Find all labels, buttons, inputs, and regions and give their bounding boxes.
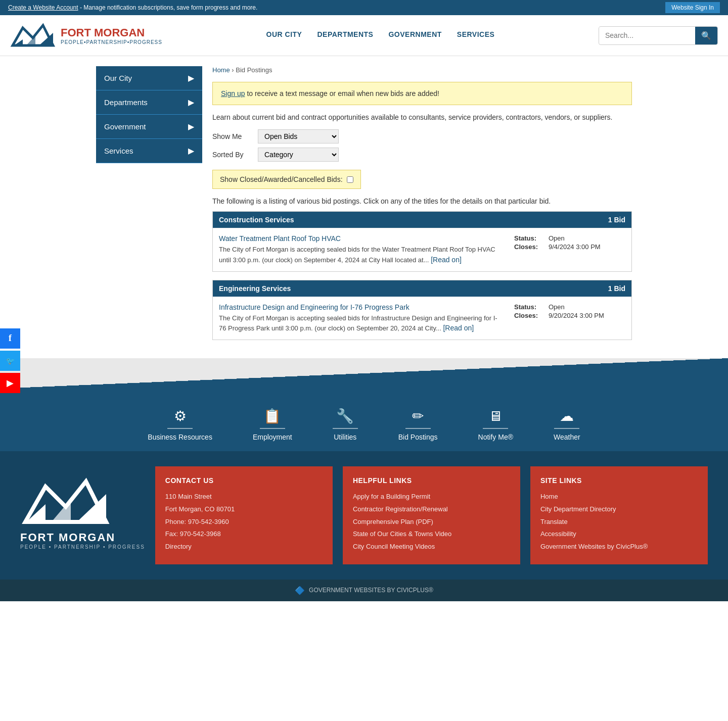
left-nav-government[interactable]: Government ▶: [96, 115, 202, 139]
bid-category-engineering-count: 1 Bid: [608, 284, 625, 293]
bid-desc-i76: The City of Fort Morgan is accepting sea…: [219, 313, 504, 334]
footer-contact-heading: CONTACT US: [165, 476, 323, 485]
footer-link-building-permit[interactable]: Apply for a Building Permit: [353, 492, 510, 502]
twitter-button[interactable]: 🐦: [0, 351, 20, 371]
quick-link-notify[interactable]: 🖥 Notify Me®: [478, 404, 513, 441]
twitter-icon: 🐦: [6, 357, 15, 365]
search-button[interactable]: 🔍: [695, 27, 717, 44]
show-me-select[interactable]: Open Bids Closed Bids All Bids: [258, 129, 339, 143]
status-label-i76: Status:: [514, 303, 544, 311]
closes-label-hvac: Closes:: [514, 243, 544, 251]
quick-link-weather-label: Weather: [554, 433, 580, 441]
bid-link-hvac[interactable]: Water Treatment Plant Roof Top HVAC: [219, 234, 341, 243]
bid-category-construction: Construction Services 1 Bid Water Treatm…: [212, 211, 632, 272]
footer-address2: Fort Morgan, CO 80701: [165, 504, 323, 515]
left-nav-our-city[interactable]: Our City ▶: [96, 66, 202, 90]
bid-category-construction-count: 1 Bid: [608, 216, 625, 224]
nav-our-city[interactable]: OUR CITY: [266, 30, 302, 40]
quick-link-bid-postings[interactable]: ✏ Bid Postings: [398, 404, 438, 441]
chevron-right-icon: ▶: [188, 73, 194, 83]
notify-icon: 🖥: [483, 404, 508, 429]
nav-departments[interactable]: DEPARTMENTS: [317, 30, 373, 40]
footer-site-civicplus[interactable]: Government Websites by CivicPlus®: [540, 542, 698, 552]
bid-category-engineering-header: Engineering Services 1 Bid: [213, 280, 631, 297]
bid-category-construction-name: Construction Services: [219, 216, 294, 224]
sign-in-button[interactable]: Website Sign In: [665, 2, 720, 13]
youtube-button[interactable]: ▶: [0, 373, 20, 393]
main-nav: OUR CITY DEPARTMENTS GOVERNMENT SERVICES: [162, 30, 599, 40]
bid-row-i76: Infrastructure Design and Engineering fo…: [213, 297, 631, 340]
left-nav: Our City ▶ Departments ▶ Government ▶ Se…: [96, 66, 202, 163]
bid-status-hvac: Status: Open Closes: 9/4/2024 3:00 PM: [514, 234, 625, 252]
quick-link-weather[interactable]: ☁ Weather: [554, 404, 580, 441]
status-value-hvac: Open: [549, 234, 565, 242]
logo-fort-morgan: FORT MORGAN: [61, 26, 162, 39]
nav-government[interactable]: GOVERNMENT: [388, 30, 441, 40]
footer-site-heading: SITE LINKS: [540, 476, 698, 485]
search-area: 🔍: [599, 26, 718, 45]
bid-link-i76[interactable]: Infrastructure Design and Engineering fo…: [219, 303, 410, 311]
footer-helpful-links: HELPFUL LINKS Apply for a Building Permi…: [343, 466, 520, 564]
civicplus-icon: 🔷: [295, 586, 305, 595]
footer-link-council[interactable]: City Council Meeting Videos: [353, 542, 510, 552]
footer-logo-icon: [20, 476, 111, 527]
left-nav-services[interactable]: Services ▶: [96, 139, 202, 163]
show-me-row: Show Me Open Bids Closed Bids All Bids: [212, 129, 632, 143]
quick-link-business-label: Business Resources: [148, 433, 212, 441]
footer-site-home[interactable]: Home: [540, 492, 698, 502]
footer-address1: 110 Main Street: [165, 492, 323, 502]
closes-value-i76: 9/20/2024 3:00 PM: [549, 312, 604, 319]
footer-directory-link[interactable]: Directory: [165, 542, 323, 552]
breadcrumb-home[interactable]: Home: [212, 66, 230, 74]
breadcrumb: Home › Bid Postings: [212, 66, 632, 74]
nav-services[interactable]: SERVICES: [457, 30, 495, 40]
logo-area: FORT MORGAN PEOPLE•PARTNERSHIP•PROGRESS: [10, 20, 162, 51]
quick-link-utilities-label: Utilities: [334, 433, 356, 441]
chevron-right-icon: ▶: [188, 146, 194, 156]
footer-contact: CONTACT US 110 Main Street Fort Morgan, …: [155, 466, 333, 564]
bid-category-engineering: Engineering Services 1 Bid Infrastructur…: [212, 280, 632, 341]
top-bar-right: Website Sign In: [665, 2, 720, 13]
svg-marker-7: [76, 494, 106, 523]
footer-link-state[interactable]: State of Our Cities & Towns Video: [353, 529, 510, 540]
closed-bids-checkbox[interactable]: [347, 176, 353, 183]
bid-postings-icon: ✏: [405, 404, 431, 429]
create-account-link[interactable]: Create a Website Account: [8, 4, 78, 11]
footer-site-department-dir[interactable]: City Department Directory: [540, 504, 698, 515]
quick-link-employment[interactable]: 📋 Employment: [253, 404, 292, 441]
footer-logo-name: FORT MORGAN: [20, 531, 115, 544]
quick-link-utilities[interactable]: 🔧 Utilities: [333, 404, 358, 441]
footer-site-accessibility[interactable]: Accessibility: [540, 529, 698, 540]
facebook-button[interactable]: f: [0, 328, 20, 349]
bid-read-on-hvac[interactable]: [Read on]: [431, 256, 462, 264]
weather-icon: ☁: [554, 404, 579, 429]
footer-link-contractor[interactable]: Contractor Registration/Renewal: [353, 504, 510, 515]
signup-suffix: to receive a text message or email when …: [247, 89, 439, 98]
footer-site-translate[interactable]: Translate: [540, 517, 698, 527]
facebook-icon: f: [9, 333, 12, 344]
chevron-right-icon: ▶: [188, 98, 194, 107]
signup-box: Sign up to receive a text message or ema…: [212, 82, 632, 105]
logo-tagline: PEOPLE•PARTNERSHIP•PROGRESS: [61, 39, 162, 45]
employment-icon: 📋: [260, 404, 285, 429]
search-input[interactable]: [599, 27, 695, 43]
social-sidebar: f 🐦 ▶: [0, 328, 20, 393]
logo-icon: [10, 20, 56, 51]
top-bar-suffix: - Manage notification subscriptions, sav…: [80, 4, 258, 11]
bid-desc-hvac: The City of Fort Morgan is accepting sea…: [219, 245, 504, 265]
footer-site-links: SITE LINKS Home City Department Director…: [530, 466, 708, 564]
closes-label-i76: Closes:: [514, 312, 544, 319]
quick-link-business[interactable]: ⚙ Business Resources: [148, 404, 212, 441]
sorted-by-select[interactable]: Category Date Title: [258, 148, 339, 162]
bid-read-on-i76[interactable]: [Read on]: [443, 324, 474, 332]
chevron-right-icon: ▶: [188, 122, 194, 131]
sorted-by-label: Sorted By: [212, 151, 258, 159]
closed-bids-box: Show Closed/Awarded/Cancelled Bids:: [212, 170, 361, 189]
bid-status-i76: Status: Open Closes: 9/20/2024 3:00 PM: [514, 303, 625, 320]
youtube-icon: ▶: [7, 377, 14, 389]
footer-logo-area: FORT MORGAN PEOPLE • PARTNERSHIP • PROGR…: [20, 466, 145, 550]
left-nav-departments[interactable]: Departments ▶: [96, 90, 202, 115]
signup-link[interactable]: Sign up: [221, 89, 245, 98]
footer-link-comprehensive[interactable]: Comprehensive Plan (PDF): [353, 517, 510, 527]
bid-category-engineering-name: Engineering Services: [219, 284, 291, 293]
